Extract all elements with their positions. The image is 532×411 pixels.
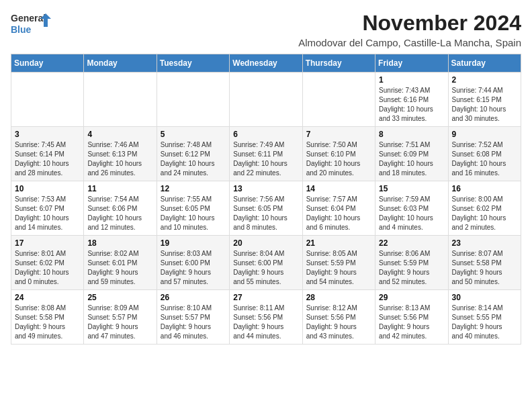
day-number: 23 <box>452 238 517 248</box>
weekday-header: Wednesday <box>230 54 302 73</box>
day-info: Sunrise: 8:09 AM Sunset: 5:57 PM Dayligh… <box>87 304 152 341</box>
day-number: 29 <box>379 293 444 302</box>
calendar-cell: 30Sunrise: 8:14 AM Sunset: 5:55 PM Dayli… <box>448 290 521 345</box>
day-number: 2 <box>452 75 517 85</box>
calendar-week-row: 3Sunrise: 7:45 AM Sunset: 6:14 PM Daylig… <box>11 127 521 181</box>
day-info: Sunrise: 7:45 AM Sunset: 6:14 PM Dayligh… <box>15 140 80 178</box>
day-info: Sunrise: 8:08 AM Sunset: 5:58 PM Dayligh… <box>15 304 80 341</box>
calendar-cell <box>230 73 302 127</box>
day-info: Sunrise: 7:44 AM Sunset: 6:15 PM Dayligh… <box>452 86 517 124</box>
day-number: 18 <box>87 238 152 248</box>
day-info: Sunrise: 7:52 AM Sunset: 6:08 PM Dayligh… <box>452 140 517 178</box>
title-area: November 2024 Almodovar del Campo, Casti… <box>298 11 521 48</box>
day-number: 9 <box>452 130 517 139</box>
calendar-cell: 14Sunrise: 7:57 AM Sunset: 6:04 PM Dayli… <box>302 181 375 236</box>
weekday-header: Thursday <box>302 54 375 73</box>
calendar-week-row: 17Sunrise: 8:01 AM Sunset: 6:02 PM Dayli… <box>11 236 521 290</box>
svg-text:Blue: Blue <box>11 24 32 35</box>
day-info: Sunrise: 7:48 AM Sunset: 6:12 PM Dayligh… <box>161 140 226 178</box>
day-info: Sunrise: 8:01 AM Sunset: 6:02 PM Dayligh… <box>15 249 80 287</box>
day-number: 17 <box>15 238 80 248</box>
calendar-cell: 20Sunrise: 8:04 AM Sunset: 6:00 PM Dayli… <box>230 236 302 290</box>
day-number: 3 <box>15 130 80 139</box>
location-subtitle: Almodovar del Campo, Castille-La Mancha,… <box>298 37 521 48</box>
day-info: Sunrise: 7:55 AM Sunset: 6:05 PM Dayligh… <box>161 195 226 232</box>
calendar-cell: 19Sunrise: 8:03 AM Sunset: 6:00 PM Dayli… <box>157 236 229 290</box>
calendar-cell: 18Sunrise: 8:02 AM Sunset: 6:01 PM Dayli… <box>84 236 157 290</box>
calendar-cell: 15Sunrise: 7:59 AM Sunset: 6:03 PM Dayli… <box>375 181 448 236</box>
day-number: 10 <box>15 184 80 193</box>
calendar-week-row: 1Sunrise: 7:43 AM Sunset: 6:16 PM Daylig… <box>11 73 521 127</box>
day-number: 16 <box>452 184 517 193</box>
calendar-table: SundayMondayTuesdayWednesdayThursdayFrid… <box>11 54 521 345</box>
day-info: Sunrise: 8:07 AM Sunset: 5:58 PM Dayligh… <box>452 249 517 287</box>
calendar-cell <box>157 73 229 127</box>
month-title: November 2024 <box>298 11 521 36</box>
day-number: 20 <box>233 238 298 248</box>
calendar-cell <box>84 73 157 127</box>
calendar-cell: 12Sunrise: 7:55 AM Sunset: 6:05 PM Dayli… <box>157 181 229 236</box>
logo: General Blue <box>11 11 51 38</box>
calendar-cell: 21Sunrise: 8:05 AM Sunset: 5:59 PM Dayli… <box>302 236 375 290</box>
day-number: 6 <box>233 130 298 139</box>
calendar-week-row: 10Sunrise: 7:53 AM Sunset: 6:07 PM Dayli… <box>11 181 521 236</box>
calendar-cell: 7Sunrise: 7:50 AM Sunset: 6:10 PM Daylig… <box>302 127 375 181</box>
day-info: Sunrise: 7:56 AM Sunset: 6:05 PM Dayligh… <box>233 195 298 232</box>
day-info: Sunrise: 8:14 AM Sunset: 5:55 PM Dayligh… <box>452 304 517 341</box>
svg-text:General: General <box>11 13 46 24</box>
calendar-week-row: 24Sunrise: 8:08 AM Sunset: 5:58 PM Dayli… <box>11 290 521 345</box>
page-header: General Blue November 2024 Almodovar del… <box>11 11 521 48</box>
day-number: 7 <box>306 130 371 139</box>
calendar-cell: 17Sunrise: 8:01 AM Sunset: 6:02 PM Dayli… <box>11 236 84 290</box>
day-info: Sunrise: 8:03 AM Sunset: 6:00 PM Dayligh… <box>161 249 226 287</box>
weekday-header-row: SundayMondayTuesdayWednesdayThursdayFrid… <box>11 54 521 73</box>
day-number: 14 <box>306 184 371 193</box>
day-number: 28 <box>306 293 371 302</box>
calendar-cell: 23Sunrise: 8:07 AM Sunset: 5:58 PM Dayli… <box>448 236 521 290</box>
calendar-cell: 28Sunrise: 8:12 AM Sunset: 5:56 PM Dayli… <box>302 290 375 345</box>
day-info: Sunrise: 7:53 AM Sunset: 6:07 PM Dayligh… <box>15 195 80 232</box>
day-info: Sunrise: 8:12 AM Sunset: 5:56 PM Dayligh… <box>306 304 371 341</box>
day-info: Sunrise: 8:06 AM Sunset: 5:59 PM Dayligh… <box>379 249 444 287</box>
calendar-cell: 8Sunrise: 7:51 AM Sunset: 6:09 PM Daylig… <box>375 127 448 181</box>
calendar-cell: 24Sunrise: 8:08 AM Sunset: 5:58 PM Dayli… <box>11 290 84 345</box>
day-info: Sunrise: 7:46 AM Sunset: 6:13 PM Dayligh… <box>87 140 152 178</box>
calendar-cell <box>302 73 375 127</box>
calendar-cell: 10Sunrise: 7:53 AM Sunset: 6:07 PM Dayli… <box>11 181 84 236</box>
calendar-cell: 1Sunrise: 7:43 AM Sunset: 6:16 PM Daylig… <box>375 73 448 127</box>
calendar-cell: 4Sunrise: 7:46 AM Sunset: 6:13 PM Daylig… <box>84 127 157 181</box>
calendar-cell: 11Sunrise: 7:54 AM Sunset: 6:06 PM Dayli… <box>84 181 157 236</box>
day-number: 27 <box>233 293 298 302</box>
weekday-header: Sunday <box>11 54 84 73</box>
day-number: 24 <box>15 293 80 302</box>
day-info: Sunrise: 8:05 AM Sunset: 5:59 PM Dayligh… <box>306 249 371 287</box>
day-number: 19 <box>161 238 226 248</box>
calendar-cell: 25Sunrise: 8:09 AM Sunset: 5:57 PM Dayli… <box>84 290 157 345</box>
day-info: Sunrise: 7:59 AM Sunset: 6:03 PM Dayligh… <box>379 195 444 232</box>
weekday-header: Saturday <box>448 54 521 73</box>
calendar-cell <box>11 73 84 127</box>
day-number: 26 <box>161 293 226 302</box>
calendar-cell: 22Sunrise: 8:06 AM Sunset: 5:59 PM Dayli… <box>375 236 448 290</box>
day-info: Sunrise: 7:54 AM Sunset: 6:06 PM Dayligh… <box>87 195 152 232</box>
calendar-cell: 29Sunrise: 8:13 AM Sunset: 5:56 PM Dayli… <box>375 290 448 345</box>
day-number: 11 <box>87 184 152 193</box>
day-info: Sunrise: 7:51 AM Sunset: 6:09 PM Dayligh… <box>379 140 444 178</box>
logo-svg: General Blue <box>11 11 51 38</box>
day-number: 13 <box>233 184 298 193</box>
day-number: 30 <box>452 293 517 302</box>
day-number: 8 <box>379 130 444 139</box>
weekday-header: Tuesday <box>157 54 229 73</box>
calendar-cell: 9Sunrise: 7:52 AM Sunset: 6:08 PM Daylig… <box>448 127 521 181</box>
calendar-cell: 16Sunrise: 8:00 AM Sunset: 6:02 PM Dayli… <box>448 181 521 236</box>
day-info: Sunrise: 7:50 AM Sunset: 6:10 PM Dayligh… <box>306 140 371 178</box>
weekday-header: Monday <box>84 54 157 73</box>
day-number: 12 <box>161 184 226 193</box>
weekday-header: Friday <box>375 54 448 73</box>
day-info: Sunrise: 8:13 AM Sunset: 5:56 PM Dayligh… <box>379 304 444 341</box>
calendar-cell: 13Sunrise: 7:56 AM Sunset: 6:05 PM Dayli… <box>230 181 302 236</box>
day-info: Sunrise: 8:00 AM Sunset: 6:02 PM Dayligh… <box>452 195 517 232</box>
day-info: Sunrise: 7:43 AM Sunset: 6:16 PM Dayligh… <box>379 86 444 124</box>
day-number: 21 <box>306 238 371 248</box>
day-number: 15 <box>379 184 444 193</box>
